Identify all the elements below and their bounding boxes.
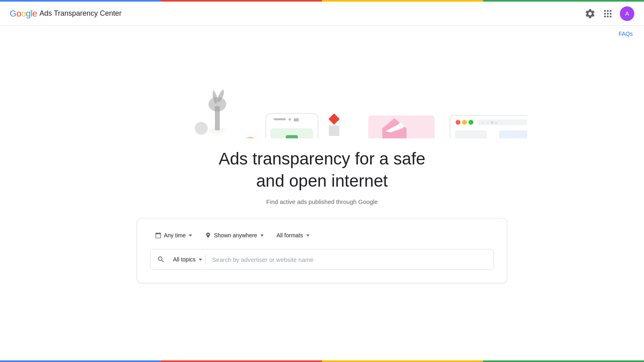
svg-point-49 — [456, 120, 460, 125]
svg-point-4 — [195, 122, 208, 135]
svg-point-7 — [289, 118, 291, 121]
svg-point-50 — [462, 120, 467, 125]
hero-headline: Ads transparency for a safe and open int… — [219, 148, 425, 192]
svg-rect-55 — [499, 130, 527, 138]
location-icon — [205, 232, 211, 239]
search-input[interactable] — [212, 256, 487, 263]
svg-rect-54 — [455, 130, 487, 138]
svg-rect-8 — [294, 118, 299, 121]
main-content: ← → ↻ ⌂ — [0, 42, 644, 283]
logo: Google Ads Transparency Center — [10, 8, 122, 19]
faqs-link[interactable]: FAQs — [619, 31, 633, 37]
settings-icon[interactable] — [584, 8, 596, 19]
chevron-down-icon — [189, 234, 192, 237]
format-filter-button[interactable]: All formats — [272, 230, 314, 241]
apps-icon[interactable] — [602, 8, 613, 19]
topics-dropdown-button[interactable]: All topics — [170, 255, 206, 264]
chevron-down-icon — [260, 234, 264, 237]
faqs-bar: FAQs — [0, 26, 644, 42]
user-avatar[interactable]: A — [620, 6, 634, 21]
bottom-border — [0, 360, 644, 362]
search-card: Any time Shown anywhere All formats All — [137, 218, 507, 283]
hero-illustration: ← → ↻ ⌂ — [117, 42, 527, 138]
location-filter-button[interactable]: Shown anywhere — [200, 230, 268, 241]
search-bar: All topics — [150, 249, 494, 270]
svg-rect-6 — [274, 118, 286, 120]
svg-text:← → ↻ ⌂: ← → ↻ ⌂ — [481, 121, 497, 125]
svg-point-2 — [208, 97, 226, 111]
app-title: Ads Transparency Center — [39, 9, 122, 18]
svg-point-51 — [469, 120, 473, 125]
filter-row: Any time Shown anywhere All formats — [150, 230, 494, 241]
svg-rect-20 — [329, 125, 339, 136]
time-filter-button[interactable]: Any time — [150, 230, 197, 241]
calendar-icon — [155, 232, 161, 239]
header-actions: A — [584, 6, 634, 21]
chevron-down-icon — [199, 259, 202, 261]
svg-marker-19 — [328, 113, 340, 125]
google-wordmark: Google — [10, 8, 37, 19]
chevron-down-icon — [306, 234, 310, 237]
header: Google Ads Transparency Center A — [0, 2, 644, 26]
search-icon — [157, 255, 165, 263]
svg-rect-10 — [286, 135, 298, 138]
hero-subheadline: Find active ads published through Google — [266, 198, 378, 205]
svg-point-22 — [244, 137, 257, 138]
